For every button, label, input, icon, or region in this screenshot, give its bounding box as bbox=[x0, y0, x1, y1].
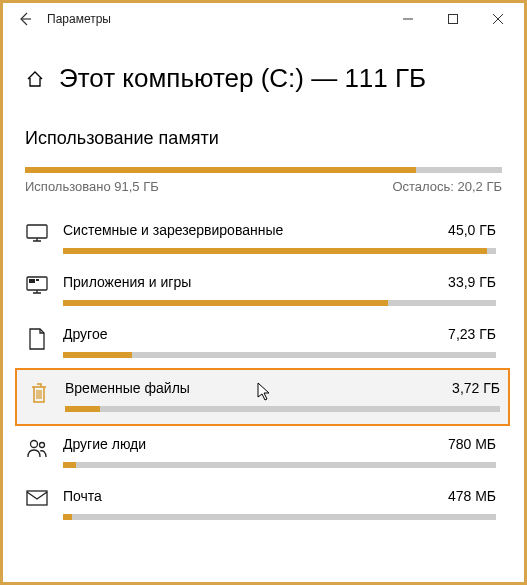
svg-rect-1 bbox=[27, 225, 47, 238]
arrow-left-icon bbox=[17, 11, 33, 27]
category-size: 780 МБ bbox=[448, 436, 496, 452]
category-bar bbox=[63, 300, 496, 306]
used-label: Использовано 91,5 ГБ bbox=[25, 179, 159, 194]
usage-labels: Использовано 91,5 ГБ Осталось: 20,2 ГБ bbox=[25, 179, 502, 194]
category-row[interactable]: Приложения и игры33,9 ГБ bbox=[25, 264, 502, 316]
category-size: 7,23 ГБ bbox=[448, 326, 496, 342]
category-row[interactable]: Другое7,23 ГБ bbox=[25, 316, 502, 368]
category-size: 3,72 ГБ bbox=[452, 380, 500, 396]
category-body: Другое7,23 ГБ bbox=[63, 326, 496, 358]
svg-rect-4 bbox=[36, 279, 39, 281]
category-body: Приложения и игры33,9 ГБ bbox=[63, 274, 496, 306]
minimize-button[interactable] bbox=[385, 3, 430, 35]
window-title: Параметры bbox=[47, 12, 111, 26]
category-bar bbox=[63, 352, 496, 358]
temp-icon bbox=[27, 382, 51, 406]
other-icon bbox=[25, 328, 49, 352]
close-button[interactable] bbox=[475, 3, 520, 35]
content-area: Этот компьютер (C:) — 111 ГБ Использован… bbox=[3, 35, 524, 530]
category-body: Системные и зарезервированные45,0 ГБ bbox=[63, 222, 496, 254]
category-label: Почта bbox=[63, 488, 102, 504]
category-row[interactable]: Временные файлы3,72 ГБ bbox=[15, 368, 510, 426]
category-bar-fill bbox=[63, 352, 132, 358]
category-label: Временные файлы bbox=[65, 380, 190, 396]
category-label: Системные и зарезервированные bbox=[63, 222, 283, 238]
storage-total-bar bbox=[25, 167, 502, 173]
svg-rect-2 bbox=[27, 277, 47, 290]
category-row[interactable]: Другие люди780 МБ bbox=[25, 426, 502, 478]
category-row[interactable]: Почта478 МБ bbox=[25, 478, 502, 530]
category-row[interactable]: Системные и зарезервированные45,0 ГБ bbox=[25, 212, 502, 264]
minimize-icon bbox=[403, 14, 413, 24]
svg-point-6 bbox=[40, 443, 45, 448]
storage-total-fill bbox=[25, 167, 416, 173]
remaining-label: Осталось: 20,2 ГБ bbox=[392, 179, 502, 194]
category-bar-fill bbox=[63, 248, 487, 254]
category-body: Почта478 МБ bbox=[63, 488, 496, 520]
home-icon[interactable] bbox=[25, 69, 45, 89]
category-bar-fill bbox=[65, 406, 100, 412]
people-icon bbox=[25, 438, 49, 462]
category-label: Другие люди bbox=[63, 436, 146, 452]
category-body: Временные файлы3,72 ГБ bbox=[65, 380, 500, 412]
category-bar bbox=[63, 514, 496, 520]
category-size: 33,9 ГБ bbox=[448, 274, 496, 290]
close-icon bbox=[493, 14, 503, 24]
category-bar bbox=[65, 406, 500, 412]
category-bar-fill bbox=[63, 300, 388, 306]
maximize-button[interactable] bbox=[430, 3, 475, 35]
section-title: Использование памяти bbox=[25, 128, 502, 149]
titlebar: Параметры bbox=[3, 3, 524, 35]
category-label: Приложения и игры bbox=[63, 274, 191, 290]
svg-point-5 bbox=[31, 441, 38, 448]
window-controls bbox=[385, 3, 520, 35]
mail-icon bbox=[25, 490, 49, 514]
system-icon bbox=[25, 224, 49, 248]
category-size: 478 МБ bbox=[448, 488, 496, 504]
svg-rect-7 bbox=[27, 491, 47, 505]
category-size: 45,0 ГБ bbox=[448, 222, 496, 238]
category-body: Другие люди780 МБ bbox=[63, 436, 496, 468]
page-header: Этот компьютер (C:) — 111 ГБ bbox=[25, 63, 502, 94]
category-bar-fill bbox=[63, 514, 72, 520]
category-bar bbox=[63, 248, 496, 254]
back-button[interactable] bbox=[7, 3, 43, 35]
apps-icon bbox=[25, 276, 49, 300]
svg-rect-3 bbox=[29, 279, 35, 283]
category-bar bbox=[63, 462, 496, 468]
category-list: Системные и зарезервированные45,0 ГБПрил… bbox=[25, 212, 502, 530]
maximize-icon bbox=[448, 14, 458, 24]
svg-rect-0 bbox=[448, 15, 457, 24]
category-bar-fill bbox=[63, 462, 76, 468]
page-title: Этот компьютер (C:) — 111 ГБ bbox=[59, 63, 426, 94]
category-label: Другое bbox=[63, 326, 107, 342]
